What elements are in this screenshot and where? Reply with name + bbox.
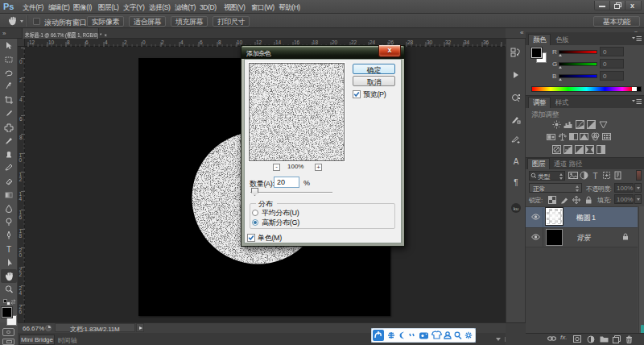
svg-text:T: T <box>6 245 11 254</box>
svg-text:T: T <box>592 172 597 181</box>
svg-text:ku: ku <box>514 206 518 211</box>
svg-text:A: A <box>514 157 519 166</box>
svg-text:¶: ¶ <box>514 178 518 187</box>
